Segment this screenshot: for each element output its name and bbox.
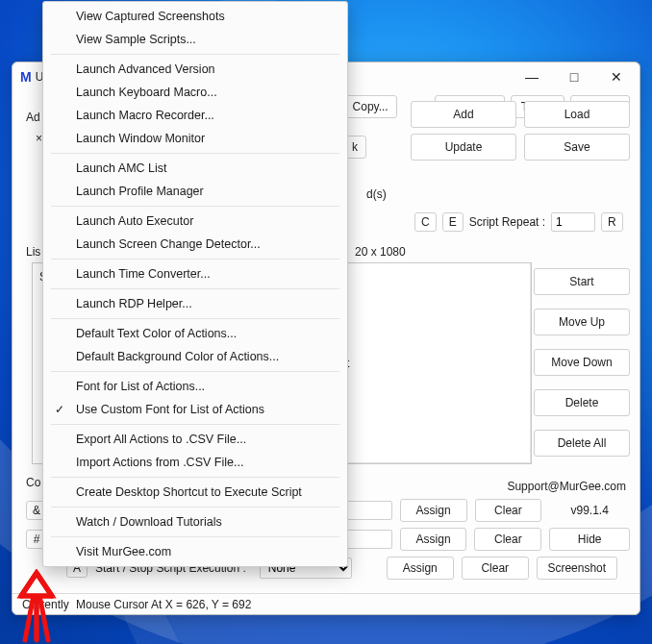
menu-separator (51, 477, 339, 478)
script-repeat-label: Script Repeat : (469, 215, 545, 229)
start-button[interactable]: Start (534, 268, 630, 295)
save-button[interactable]: Save (524, 134, 630, 161)
menu-item[interactable]: Export All Actions to .CSV File... (43, 428, 347, 451)
svg-line-1 (40, 600, 48, 640)
version-label: v99.1.4 (549, 504, 630, 517)
update-button[interactable]: Update (411, 134, 516, 161)
menu-item[interactable]: Use Custom Font for List of Actions✓ (43, 398, 347, 421)
menu-separator (51, 318, 339, 319)
list-label-fragment: Lis (26, 245, 40, 259)
menu-item[interactable]: View Sample Scripts... (43, 28, 347, 51)
clear2-button[interactable]: Clear (474, 528, 541, 551)
copy-button[interactable]: Copy... (342, 95, 398, 118)
menu-separator (51, 536, 339, 537)
menu-item[interactable]: Launch Advanced Version (43, 58, 347, 81)
check-icon: ✓ (55, 403, 64, 416)
add-button[interactable]: Add (411, 101, 516, 128)
script-repeat-input[interactable] (551, 212, 595, 232)
menu-item[interactable]: Default Text Color of Actions... (43, 322, 347, 345)
context-menu[interactable]: View Captured ScreenshotsView Sample Scr… (42, 1, 348, 567)
x-fragment: × (36, 132, 42, 145)
minimize-button[interactable]: — (511, 63, 553, 90)
load-button[interactable]: Load (524, 101, 630, 128)
screen-dimension: 20 x 1080 (355, 245, 406, 259)
close-button[interactable]: ✕ (595, 63, 638, 90)
screenshot-button[interactable]: Screenshot (537, 557, 617, 580)
statusbar: Currently Mouse Cursor At X = 626, Y = 6… (13, 593, 639, 614)
menu-item[interactable]: View Captured Screenshots (43, 5, 347, 28)
menu-item[interactable]: Launch AMC List (43, 157, 347, 180)
app-logo: M (20, 69, 32, 85)
status-cursor: Mouse Cursor At X = 626, Y = 692 (76, 598, 251, 611)
clear3-button[interactable]: Clear (462, 557, 529, 580)
maximize-button[interactable]: □ (553, 63, 595, 90)
move-down-button[interactable]: Move Down (534, 349, 630, 376)
support-link[interactable]: Support@MurGee.com (507, 480, 626, 493)
delete-button[interactable]: Delete (534, 389, 630, 416)
menu-item[interactable]: Import Actions from .CSV File... (43, 451, 347, 474)
r-button[interactable]: R (601, 212, 623, 232)
menu-separator (51, 288, 339, 289)
menu-item[interactable]: Launch Profile Manager (43, 180, 347, 203)
add-label-fragment: Ad (26, 111, 40, 124)
delete-all-button[interactable]: Delete All (534, 430, 630, 457)
assign1-button[interactable]: Assign (400, 499, 467, 522)
menu-separator (51, 371, 339, 372)
menu-item[interactable]: Launch RDP Helper... (43, 292, 347, 315)
menu-separator (51, 54, 339, 55)
menu-item[interactable]: Default Background Color of Actions... (43, 345, 347, 368)
menu-item[interactable]: Launch Auto Executor (43, 210, 347, 233)
menu-item[interactable]: Launch Macro Recorder... (43, 104, 347, 127)
annotation-arrow-icon (13, 569, 71, 644)
menu-separator (51, 206, 339, 207)
menu-item[interactable]: Font for List of Actions... (43, 375, 347, 398)
menu-item[interactable]: Launch Window Monitor (43, 127, 347, 150)
menu-separator (51, 424, 339, 425)
assign3-button[interactable]: Assign (387, 557, 454, 580)
move-up-button[interactable]: Move Up (534, 309, 630, 335)
menu-item[interactable]: Create Desktop Shortcut to Execute Scrip… (43, 481, 347, 504)
hide-button[interactable]: Hide (549, 528, 630, 551)
svg-line-0 (25, 600, 33, 640)
menu-separator (51, 153, 339, 154)
clear1-button[interactable]: Clear (475, 499, 542, 522)
assign2-button[interactable]: Assign (400, 528, 467, 551)
menu-separator (51, 507, 339, 508)
menu-item[interactable]: Launch Screen Change Detector... (43, 233, 347, 256)
e-button[interactable]: E (442, 212, 464, 232)
menu-separator (51, 259, 339, 260)
ds-fragment: d(s) (366, 187, 387, 201)
menu-item[interactable]: Launch Time Converter... (43, 262, 347, 285)
comment-label-fragment: Co (26, 476, 40, 489)
menu-item[interactable]: Visit MurGee.com (43, 540, 347, 563)
menu-item[interactable]: Watch / Download Tutorials (43, 510, 347, 533)
c-button[interactable]: C (414, 212, 437, 232)
menu-item[interactable]: Launch Keyboard Macro... (43, 81, 347, 104)
